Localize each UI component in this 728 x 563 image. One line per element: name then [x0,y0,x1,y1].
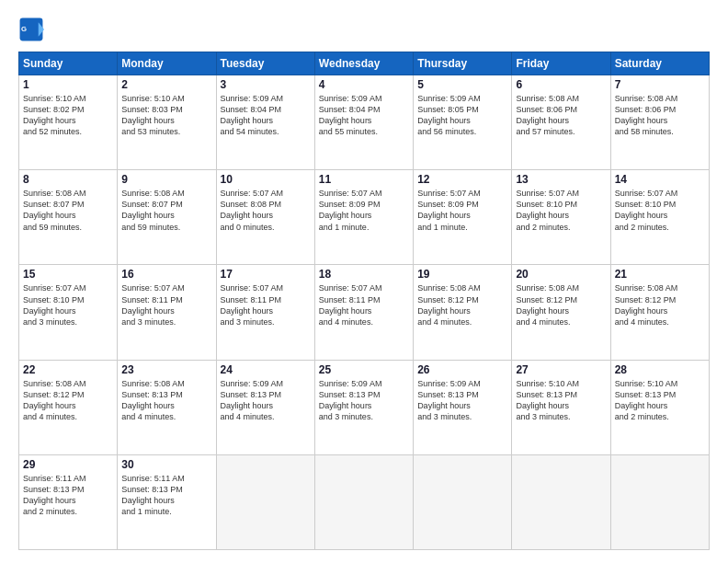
calendar-cell: 7Sunrise: 5:08 AMSunset: 8:06 PMDaylight… [610,75,709,170]
sunrise-line: Sunrise: 5:09 AM [319,93,409,104]
day-info: Sunrise: 5:09 AMSunset: 8:13 PMDaylight … [319,378,409,423]
sunset-line: Sunset: 8:13 PM [121,484,211,495]
day-number: 22 [23,363,113,376]
daylight-label: Daylight hours [417,305,507,316]
daylight-label: Daylight hours [121,305,211,316]
daylight-minutes: and 4 minutes. [23,411,113,422]
daylight-minutes: and 2 minutes. [615,411,705,422]
calendar-cell [216,454,314,549]
sunset-line: Sunset: 8:13 PM [121,389,211,400]
sunrise-line: Sunrise: 5:11 AM [23,473,113,484]
calendar-cell: 5Sunrise: 5:09 AMSunset: 8:05 PMDaylight… [414,75,512,170]
daylight-label: Daylight hours [319,115,409,126]
day-number: 3 [221,78,311,91]
sunrise-line: Sunrise: 5:07 AM [516,188,606,199]
sunrise-line: Sunrise: 5:07 AM [121,282,211,293]
logo: G [18,17,48,42]
sunset-line: Sunset: 8:12 PM [516,294,606,305]
sunset-line: Sunset: 8:04 PM [319,104,409,115]
daylight-label: Daylight hours [615,400,705,411]
daylight-minutes: and 59 minutes. [23,222,113,233]
sunrise-line: Sunrise: 5:07 AM [615,188,705,199]
calendar-cell: 26Sunrise: 5:09 AMSunset: 8:13 PMDayligh… [414,360,512,454]
daylight-label: Daylight hours [319,210,409,221]
daylight-minutes: and 3 minutes. [121,316,211,327]
day-number: 6 [516,78,606,91]
day-info: Sunrise: 5:11 AMSunset: 8:13 PMDaylight … [23,473,113,518]
sunset-line: Sunset: 8:07 PM [23,199,113,210]
daylight-minutes: and 53 minutes. [121,126,211,137]
daylight-minutes: and 3 minutes. [319,411,409,422]
day-number: 28 [615,363,705,376]
day-number: 24 [221,363,311,376]
calendar-cell [512,454,610,549]
calendar-cell: 17Sunrise: 5:07 AMSunset: 8:11 PMDayligh… [216,265,314,360]
day-info: Sunrise: 5:09 AMSunset: 8:05 PMDaylight … [417,93,507,138]
sunset-line: Sunset: 8:10 PM [23,294,113,305]
sunrise-line: Sunrise: 5:07 AM [319,188,409,199]
calendar-cell: 15Sunrise: 5:07 AMSunset: 8:10 PMDayligh… [19,265,118,360]
calendar-cell [314,454,413,549]
sunset-line: Sunset: 8:09 PM [417,199,507,210]
day-info: Sunrise: 5:08 AMSunset: 8:12 PMDaylight … [23,378,113,423]
day-number: 27 [516,363,606,376]
day-number: 26 [417,363,507,376]
page: G SundayMondayTuesdayWednesdayThursdayFr… [0,0,728,563]
day-number: 15 [23,268,113,281]
calendar-week-row: 15Sunrise: 5:07 AMSunset: 8:10 PMDayligh… [19,265,710,360]
sunrise-line: Sunrise: 5:07 AM [417,188,507,199]
day-info: Sunrise: 5:08 AMSunset: 8:13 PMDaylight … [121,378,211,423]
sunset-line: Sunset: 8:03 PM [121,104,211,115]
calendar-cell: 11Sunrise: 5:07 AMSunset: 8:09 PMDayligh… [314,170,413,265]
day-info: Sunrise: 5:10 AMSunset: 8:02 PMDaylight … [23,93,113,138]
day-number: 1 [23,78,113,91]
day-info: Sunrise: 5:10 AMSunset: 8:13 PMDaylight … [615,378,705,423]
sunrise-line: Sunrise: 5:07 AM [221,188,311,199]
day-number: 25 [319,363,409,376]
calendar-table: SundayMondayTuesdayWednesdayThursdayFrid… [18,52,710,550]
day-info: Sunrise: 5:10 AMSunset: 8:13 PMDaylight … [516,378,606,423]
daylight-minutes: and 52 minutes. [23,126,113,137]
sunset-line: Sunset: 8:12 PM [417,294,507,305]
daylight-minutes: and 4 minutes. [221,411,311,422]
sunrise-line: Sunrise: 5:08 AM [516,93,606,104]
daylight-label: Daylight hours [417,400,507,411]
day-number: 14 [615,173,705,186]
day-of-week-header: Thursday [414,52,512,75]
day-of-week-header: Sunday [19,52,118,75]
daylight-label: Daylight hours [23,400,113,411]
sunrise-line: Sunrise: 5:08 AM [23,188,113,199]
calendar-cell: 12Sunrise: 5:07 AMSunset: 8:09 PMDayligh… [414,170,512,265]
day-number: 8 [23,173,113,186]
day-info: Sunrise: 5:07 AMSunset: 8:11 PMDaylight … [319,282,409,327]
calendar-cell: 20Sunrise: 5:08 AMSunset: 8:12 PMDayligh… [512,265,610,360]
daylight-minutes: and 55 minutes. [319,126,409,137]
sunset-line: Sunset: 8:12 PM [615,294,705,305]
day-number: 2 [121,78,211,91]
day-number: 16 [121,268,211,281]
calendar-cell: 10Sunrise: 5:07 AMSunset: 8:08 PMDayligh… [216,170,314,265]
daylight-label: Daylight hours [221,115,311,126]
day-info: Sunrise: 5:08 AMSunset: 8:12 PMDaylight … [615,282,705,327]
day-info: Sunrise: 5:08 AMSunset: 8:06 PMDaylight … [516,93,606,138]
day-number: 23 [121,363,211,376]
sunrise-line: Sunrise: 5:11 AM [121,473,211,484]
daylight-label: Daylight hours [23,115,113,126]
sunset-line: Sunset: 8:02 PM [23,104,113,115]
sunrise-line: Sunrise: 5:09 AM [319,378,409,389]
day-info: Sunrise: 5:07 AMSunset: 8:10 PMDaylight … [516,188,606,233]
calendar-cell: 9Sunrise: 5:08 AMSunset: 8:07 PMDaylight… [118,170,216,265]
sunrise-line: Sunrise: 5:10 AM [615,378,705,389]
daylight-label: Daylight hours [615,305,705,316]
day-number: 9 [121,173,211,186]
daylight-label: Daylight hours [319,305,409,316]
daylight-label: Daylight hours [615,115,705,126]
calendar-cell: 22Sunrise: 5:08 AMSunset: 8:12 PMDayligh… [19,360,118,454]
daylight-minutes: and 2 minutes. [23,506,113,517]
sunrise-line: Sunrise: 5:10 AM [23,93,113,104]
sunset-line: Sunset: 8:13 PM [417,389,507,400]
daylight-label: Daylight hours [23,495,113,506]
sunrise-line: Sunrise: 5:08 AM [516,282,606,293]
daylight-label: Daylight hours [417,115,507,126]
sunrise-line: Sunrise: 5:08 AM [23,378,113,389]
